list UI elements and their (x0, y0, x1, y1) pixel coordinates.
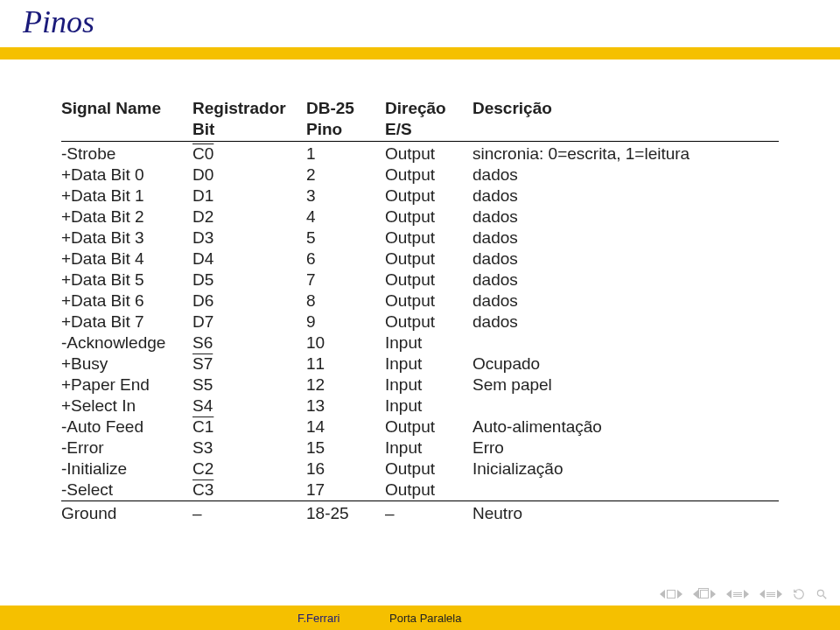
cell-description: Sem papel (472, 374, 779, 396)
cell-direction: Output (385, 480, 472, 501)
table-row: -ErrorS315InputErro (61, 438, 779, 458)
cell-signal: +Select In (61, 396, 192, 416)
cell-register: D7 (192, 312, 306, 332)
footer: F.Ferrari Porta Paralela (0, 606, 840, 630)
table-row: +Data Bit 0D02Outputdados (61, 164, 779, 186)
cell-register: D6 (192, 290, 306, 312)
nav-search-icon[interactable] (816, 588, 828, 600)
cell-signal: +Paper End (61, 374, 192, 396)
cell-direction: Output (385, 228, 472, 248)
title-rule (0, 47, 840, 60)
table-row: -Auto FeedC114OutputAuto-alimentação (61, 416, 779, 438)
cell-signal: +Busy (61, 354, 192, 374)
nav-next-icon[interactable] (760, 590, 782, 598)
th-signal-2 (61, 119, 192, 142)
cell-register: D2 (192, 206, 306, 228)
cell-signal: -Initialize (61, 458, 192, 480)
table-row: +Select InS413Input (61, 396, 779, 416)
cell-direction: Input (385, 396, 472, 416)
cell-direction: Input (385, 332, 472, 354)
cell-db25: 2 (306, 164, 385, 186)
cell-description: dados (472, 270, 779, 290)
table-row: Ground–18-25–Neutro (61, 501, 779, 525)
cell-description: Inicialização (472, 458, 779, 480)
th-signal: Signal Name (61, 98, 192, 119)
cell-signal: -Strobe (61, 142, 192, 165)
table-row: -SelectC317Output (61, 480, 779, 501)
table-row: +Data Bit 3D35Outputdados (61, 228, 779, 248)
cell-description: dados (472, 248, 779, 270)
table-row: +Data Bit 7D79Outputdados (61, 312, 779, 332)
cell-signal: Ground (61, 501, 192, 525)
slide-title: Pinos (23, 4, 94, 40)
cell-description: dados (472, 290, 779, 312)
th-db25-2: Pino (306, 119, 385, 142)
table-row: +BusyS711InputOcupado (61, 354, 779, 374)
cell-description: Ocupado (472, 354, 779, 374)
cell-signal: +Data Bit 3 (61, 228, 192, 248)
cell-direction: Output (385, 290, 472, 312)
cell-db25: 11 (306, 354, 385, 374)
cell-register: D0 (192, 164, 306, 186)
table-row: +Data Bit 1D13Outputdados (61, 186, 779, 206)
table-row: +Paper EndS512InputSem papel (61, 374, 779, 396)
content: Signal Name Registrador DB-25 Direção De… (61, 98, 779, 524)
cell-db25: 17 (306, 480, 385, 501)
cell-signal: +Data Bit 5 (61, 270, 192, 290)
cell-db25: 4 (306, 206, 385, 228)
cell-signal: +Data Bit 0 (61, 164, 192, 186)
cell-register: S5 (192, 374, 306, 396)
cell-signal: +Data Bit 4 (61, 248, 192, 270)
cell-direction: Output (385, 416, 472, 438)
cell-direction: Output (385, 186, 472, 206)
cell-register: C3 (192, 480, 306, 501)
cell-direction: Output (385, 206, 472, 228)
svg-point-0 (817, 590, 823, 596)
cell-db25: 16 (306, 458, 385, 480)
cell-db25: 1 (306, 142, 385, 165)
table-row: -AcknowledgeS610Input (61, 332, 779, 354)
cell-direction: Output (385, 142, 472, 165)
nav-prev-section-icon[interactable] (693, 590, 716, 598)
cell-description: dados (472, 164, 779, 186)
cell-description: dados (472, 228, 779, 248)
svg-line-1 (823, 596, 827, 599)
title-bar: Pinos (0, 0, 840, 63)
th-direction: Direção (385, 98, 472, 119)
cell-db25: 7 (306, 270, 385, 290)
cell-register: D5 (192, 270, 306, 290)
cell-signal: -Auto Feed (61, 416, 192, 438)
pin-table: Signal Name Registrador DB-25 Direção De… (61, 98, 779, 524)
cell-direction: Input (385, 354, 472, 374)
cell-signal: -Select (61, 480, 192, 501)
cell-db25: 5 (306, 228, 385, 248)
cell-direction: Output (385, 458, 472, 480)
cell-register: C0 (192, 142, 306, 165)
th-db25: DB-25 (306, 98, 385, 119)
table-row: +Data Bit 5D57Outputdados (61, 270, 779, 290)
cell-db25: 14 (306, 416, 385, 438)
nav-first-icon[interactable] (660, 590, 682, 598)
cell-db25: 3 (306, 186, 385, 206)
table-row: +Data Bit 4D46Outputdados (61, 248, 779, 270)
slide: Pinos Signal Name Registrador DB-25 Dire… (0, 0, 840, 630)
cell-db25: 9 (306, 312, 385, 332)
cell-db25: 8 (306, 290, 385, 312)
cell-description (472, 480, 779, 501)
cell-register: C2 (192, 458, 306, 480)
th-register: Registrador (192, 98, 306, 119)
cell-direction: Input (385, 374, 472, 396)
footer-author: F.Ferrari (298, 612, 340, 625)
nav-prev-icon[interactable] (726, 590, 749, 598)
cell-description: Auto-alimentação (472, 416, 779, 438)
cell-direction: Output (385, 248, 472, 270)
cell-description: dados (472, 206, 779, 228)
cell-signal: +Data Bit 2 (61, 206, 192, 228)
cell-db25: 10 (306, 332, 385, 354)
cell-direction: Output (385, 312, 472, 332)
cell-description: Erro (472, 438, 779, 458)
nav-undo-icon[interactable] (793, 588, 805, 600)
cell-register: D4 (192, 248, 306, 270)
cell-description (472, 396, 779, 416)
cell-signal: -Acknowledge (61, 332, 192, 354)
